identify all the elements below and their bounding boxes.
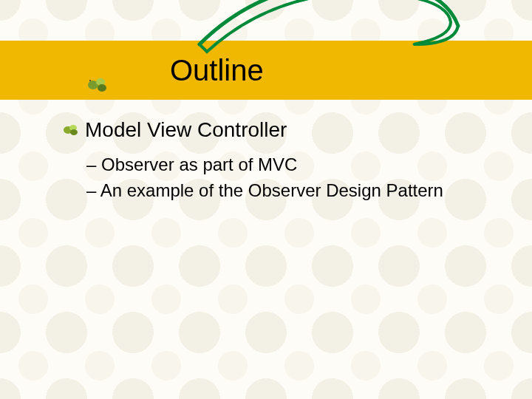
sub-item: – Observer as part of MVC xyxy=(86,152,502,178)
swoosh-decoration xyxy=(192,0,473,59)
svg-point-3 xyxy=(89,80,91,81)
topic-text: Model View Controller xyxy=(85,118,287,142)
svg-point-6 xyxy=(70,129,78,135)
sub-item: – An example of the Observer Design Patt… xyxy=(86,178,502,204)
title-bullet-icon xyxy=(87,78,109,92)
svg-point-2 xyxy=(98,84,106,92)
content-area: Model View Controller – Observer as part… xyxy=(63,118,502,204)
topic-row: Model View Controller xyxy=(63,118,502,142)
leaf-bullet-icon xyxy=(63,124,78,136)
